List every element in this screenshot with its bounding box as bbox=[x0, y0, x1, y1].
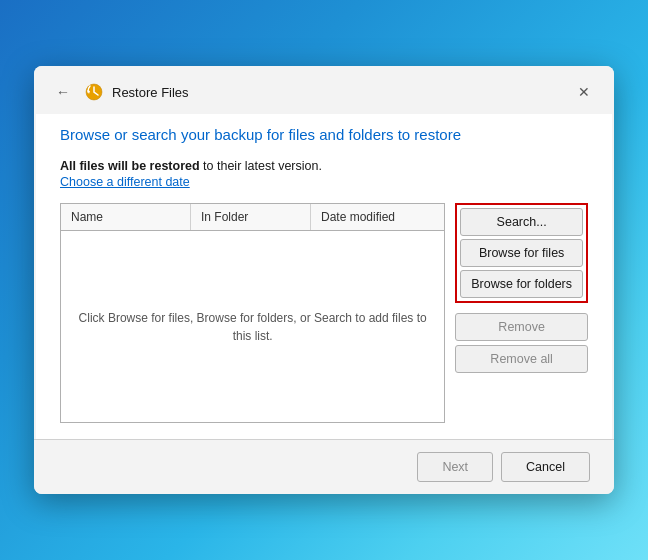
col-header-date: Date modified bbox=[311, 204, 444, 230]
remove-btn-group: Remove Remove all bbox=[455, 313, 588, 373]
remove-all-button[interactable]: Remove all bbox=[455, 345, 588, 373]
table-header: Name In Folder Date modified bbox=[61, 204, 444, 231]
page-heading: Browse or search your backup for files a… bbox=[60, 124, 588, 145]
back-arrow-button[interactable]: ← bbox=[50, 82, 76, 102]
choose-date-link[interactable]: Choose a different date bbox=[60, 175, 588, 189]
restore-files-dialog: ← Restore Files ✕ Browse or search your … bbox=[34, 66, 614, 494]
action-btn-group: Search... Browse for files Browse for fo… bbox=[455, 203, 588, 303]
title-bar-left: ← Restore Files bbox=[50, 82, 189, 102]
browse-files-button[interactable]: Browse for files bbox=[460, 239, 583, 267]
file-list-body: Click Browse for files, Browse for folde… bbox=[61, 231, 444, 422]
next-button[interactable]: Next bbox=[417, 452, 493, 482]
empty-message: Click Browse for files, Browse for folde… bbox=[77, 309, 428, 345]
search-button[interactable]: Search... bbox=[460, 208, 583, 236]
file-list-container: Name In Folder Date modified Click Brows… bbox=[60, 203, 445, 423]
bottom-bar: Next Cancel bbox=[34, 439, 614, 494]
dialog-content: Browse or search your backup for files a… bbox=[36, 114, 612, 439]
restore-info-text: All files will be restored to their late… bbox=[60, 159, 588, 173]
right-buttons: Search... Browse for files Browse for fo… bbox=[455, 203, 588, 373]
browse-folders-button[interactable]: Browse for folders bbox=[460, 270, 583, 298]
col-header-name: Name bbox=[61, 204, 191, 230]
main-area: Name In Folder Date modified Click Brows… bbox=[60, 203, 588, 423]
title-bar: ← Restore Files ✕ bbox=[34, 66, 614, 114]
dialog-title: Restore Files bbox=[112, 85, 189, 100]
close-button[interactable]: ✕ bbox=[570, 78, 598, 106]
col-header-folder: In Folder bbox=[191, 204, 311, 230]
restore-icon bbox=[84, 82, 104, 102]
cancel-button[interactable]: Cancel bbox=[501, 452, 590, 482]
remove-button[interactable]: Remove bbox=[455, 313, 588, 341]
